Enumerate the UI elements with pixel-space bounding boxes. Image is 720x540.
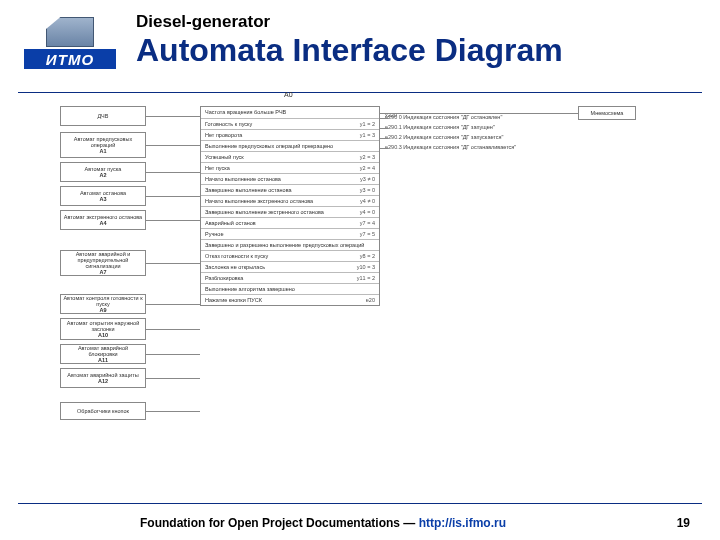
wire bbox=[146, 220, 200, 221]
divider-top bbox=[18, 92, 702, 93]
row-label: Нет проворота bbox=[205, 132, 242, 138]
left-block: Автомат открытия наружной заслонкиA10 bbox=[60, 318, 146, 340]
row-signal: y3 = 0 bbox=[360, 187, 375, 193]
wire bbox=[146, 378, 200, 379]
row-label: Аварийный останов bbox=[205, 220, 256, 226]
left-block: Автомат пускаA2 bbox=[60, 162, 146, 182]
a0-row: Нажатие кнопки ПУСКe20 bbox=[201, 294, 379, 305]
a0-row: Завершено выполнение остановаy3 = 0 bbox=[201, 184, 379, 195]
a0-row: Начато выполнение остановаy3 ≠ 0 bbox=[201, 173, 379, 184]
left-block: Автомат аварийной блокировкиA11 bbox=[60, 344, 146, 364]
logo-text: ИТМО bbox=[24, 49, 116, 69]
a0-row: Ручноеy7 = 5 bbox=[201, 228, 379, 239]
logo-building-icon bbox=[46, 17, 94, 47]
wire bbox=[380, 118, 388, 119]
a0-row: Частота вращения больше РЧВ bbox=[201, 107, 379, 118]
wire bbox=[146, 304, 200, 305]
row-label: Готовность к пуску bbox=[205, 121, 252, 127]
output-label: e290.1 Индикация состояния "ДГ запущен" bbox=[385, 124, 495, 130]
row-signal: y4 = 0 bbox=[360, 209, 375, 215]
wire bbox=[146, 329, 200, 330]
left-block: Автомат контроля готовности к пускуA9 bbox=[60, 294, 146, 314]
left-block: Автомат аварийной и предупредительной си… bbox=[60, 250, 146, 276]
row-label: Выполнение предпусковых операций прекращ… bbox=[205, 143, 333, 149]
left-block: Автомат аварийной защитыA12 bbox=[60, 368, 146, 388]
a0-row: Выполнение алгоритма завершено bbox=[201, 283, 379, 294]
page-number: 19 bbox=[677, 516, 690, 530]
page-title: Automata Interface Diagram bbox=[136, 34, 720, 68]
row-signal: y7 = 4 bbox=[360, 220, 375, 226]
wire bbox=[146, 411, 200, 412]
title-block: Diesel-generator Automata Interface Diag… bbox=[136, 8, 720, 68]
row-label: Нажатие кнопки ПУСК bbox=[205, 297, 262, 303]
row-label: Завершено выполнение останова bbox=[205, 187, 292, 193]
row-label: Отказ готовности к пуску bbox=[205, 253, 268, 259]
left-block: ДЧВ bbox=[60, 106, 146, 126]
row-label: Разблокировка bbox=[205, 275, 243, 281]
row-signal: y7 = 5 bbox=[360, 231, 375, 237]
mnemoscheme-box: Мнемосхема bbox=[578, 106, 636, 120]
output-label: e290.2 Индикация состояния "ДГ запускает… bbox=[385, 134, 503, 140]
row-label: Заслонка не открылась bbox=[205, 264, 265, 270]
row-label: Начато выполнение экстренного останова bbox=[205, 198, 313, 204]
a0-row: Завершено и разрешено выполнение предпус… bbox=[201, 239, 379, 250]
row-label: Частота вращения больше РЧВ bbox=[205, 109, 286, 116]
row-label: Успешный пуск bbox=[205, 154, 244, 160]
left-block: Автомат предпусковых операцийA1 bbox=[60, 132, 146, 158]
footer-url: http://is.ifmo.ru bbox=[419, 516, 506, 530]
wire bbox=[380, 148, 388, 149]
row-label: Завершено выполнение экстренного останов… bbox=[205, 209, 324, 215]
wire bbox=[146, 196, 200, 197]
a0-row: Начато выполнение экстренного остановаy4… bbox=[201, 195, 379, 206]
left-block: Автомат экстренного остановаA4 bbox=[60, 210, 146, 230]
output-label: e290.3 Индикация состояния "ДГ останавли… bbox=[385, 144, 516, 150]
row-signal: y4 ≠ 0 bbox=[360, 198, 375, 204]
a0-block: Частота вращения больше РЧВГотовность к … bbox=[200, 106, 380, 306]
footer: Foundation for Open Project Documentatio… bbox=[0, 516, 720, 530]
wire bbox=[380, 113, 578, 114]
wire bbox=[146, 116, 200, 117]
a0-row: Заслонка не открыласьy10 = 3 bbox=[201, 261, 379, 272]
wire bbox=[146, 145, 200, 146]
a0-row: Успешный пускy2 = 3 bbox=[201, 151, 379, 162]
diagram: A0 ДЧВАвтомат предпусковых операцийA1Авт… bbox=[60, 100, 680, 480]
row-label: Завершено и разрешено выполнение предпус… bbox=[205, 242, 364, 248]
wire bbox=[146, 172, 200, 173]
row-label: Ручное bbox=[205, 231, 223, 237]
row-signal: y8 = 2 bbox=[360, 253, 375, 259]
left-block: Автомат остановаA3 bbox=[60, 186, 146, 206]
row-signal: y10 = 3 bbox=[357, 264, 375, 270]
row-signal: y11 = 2 bbox=[357, 275, 375, 281]
row-label: Выполнение алгоритма завершено bbox=[205, 286, 295, 292]
output-label: e290 0 Индикация состояния "ДГ остановле… bbox=[385, 114, 502, 120]
wire bbox=[380, 128, 388, 129]
row-label: Начато выполнение останова bbox=[205, 176, 281, 182]
row-signal: y1 = 2 bbox=[360, 121, 375, 127]
row-label: Нет пуска bbox=[205, 165, 230, 171]
pretitle: Diesel-generator bbox=[136, 12, 720, 32]
wire bbox=[146, 263, 200, 264]
left-block: Обработчики кнопок bbox=[60, 402, 146, 420]
a0-row: Аварийный остановy7 = 4 bbox=[201, 217, 379, 228]
wire bbox=[380, 138, 388, 139]
row-signal: y2 = 4 bbox=[360, 165, 375, 171]
divider-bottom bbox=[18, 503, 702, 504]
footer-text: Foundation for Open Project Documentatio… bbox=[140, 516, 506, 530]
row-signal: e20 bbox=[366, 297, 375, 303]
logo: ИТМО bbox=[14, 8, 126, 78]
a0-row: Завершено выполнение экстренного останов… bbox=[201, 206, 379, 217]
a0-row: Готовность к пускуy1 = 2 bbox=[201, 118, 379, 129]
row-signal: y2 = 3 bbox=[360, 154, 375, 160]
wire bbox=[146, 354, 200, 355]
row-signal: y1 = 3 bbox=[360, 132, 375, 138]
header: ИТМО Diesel-generator Automata Interface… bbox=[0, 0, 720, 78]
a0-row: Выполнение предпусковых операций прекращ… bbox=[201, 140, 379, 151]
a0-row: Нет проворотаy1 = 3 bbox=[201, 129, 379, 140]
a0-row: Отказ готовности к пускуy8 = 2 bbox=[201, 250, 379, 261]
a0-row: Нет пускаy2 = 4 bbox=[201, 162, 379, 173]
footer-prefix: Foundation for Open Project Documentatio… bbox=[140, 516, 419, 530]
a0-row: Разблокировкаy11 = 2 bbox=[201, 272, 379, 283]
row-signal: y3 ≠ 0 bbox=[360, 176, 375, 182]
a0-label: A0 bbox=[284, 91, 293, 98]
